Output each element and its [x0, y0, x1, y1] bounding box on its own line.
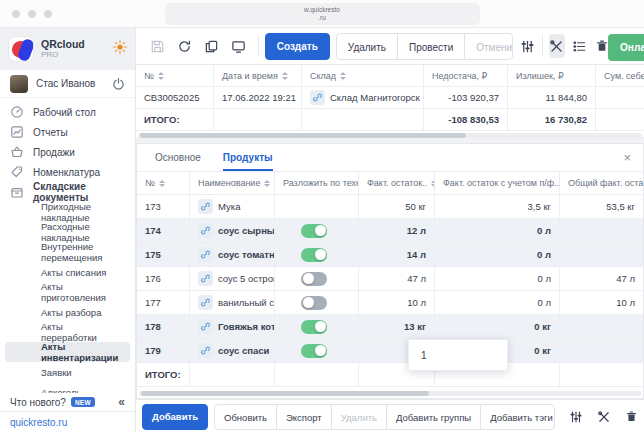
monitor-icon[interactable]: [231, 39, 246, 54]
collapse-sidebar-icon[interactable]: «: [118, 395, 125, 409]
sidebar-item-nomenclature[interactable]: Номенклатура: [0, 162, 135, 182]
add-button[interactable]: Добавить: [142, 404, 208, 430]
sidebar-subitem[interactable]: Акты списания: [5, 262, 130, 282]
sidebar-subitem[interactable]: Акты разбора: [5, 302, 130, 322]
col-header-fact-pf[interactable]: Факт. остаток с учетом п/ф..: [435, 172, 560, 194]
tools-icon[interactable]: [597, 410, 611, 424]
table-row[interactable]: 177ванильный с...10 л0 л10 л: [137, 291, 643, 315]
link-icon[interactable]: [310, 90, 325, 105]
link-icon[interactable]: [198, 319, 213, 334]
list-icon[interactable]: [571, 34, 588, 58]
total-fact-balance: [560, 243, 643, 266]
table-row[interactable]: 176соус 5 остров47 л0 л47 л: [137, 267, 643, 291]
sidebar-subitem[interactable]: Внутренние перемещения: [5, 242, 130, 262]
refresh-button[interactable]: Обновить: [215, 405, 277, 430]
decompose-toggle[interactable]: [301, 248, 327, 262]
logout-power-icon[interactable]: [112, 77, 125, 90]
table-row[interactable]: 178Говяжья кот...13 кг0 кг: [137, 315, 643, 339]
doc-table-scrollbar[interactable]: [138, 133, 642, 138]
decompose-toggle[interactable]: [301, 320, 327, 334]
col-header-warehouse[interactable]: Склад: [302, 65, 424, 86]
inline-edit-input[interactable]: 1: [408, 339, 508, 371]
fact-balance[interactable]: 47 л: [359, 267, 435, 290]
sidebar-item-sales[interactable]: Продажи: [0, 142, 135, 162]
close-icon[interactable]: ×: [623, 150, 631, 165]
panel-tabs: Основное Продукты ×: [137, 144, 643, 172]
refresh-icon[interactable]: [177, 39, 192, 54]
export-button[interactable]: Экспорт: [277, 405, 332, 430]
link-icon[interactable]: [198, 271, 213, 286]
decompose-toggle[interactable]: [301, 344, 327, 358]
add-groups-button[interactable]: Добавить группы: [387, 405, 481, 430]
decompose-toggle[interactable]: [301, 296, 327, 310]
sidebar-subitem[interactable]: Заявки: [5, 362, 130, 382]
fact-balance[interactable]: 10 л: [359, 291, 435, 314]
col-header-fact[interactable]: Факт. остаток..: [359, 172, 435, 194]
link-icon[interactable]: [198, 247, 213, 262]
table-row[interactable]: 179соус спаси0 кг: [137, 339, 643, 363]
unpost-button[interactable]: Отменить проведение: [465, 34, 513, 60]
total-shortage: -108 830,53: [424, 109, 508, 130]
sidebar-item-reports[interactable]: Отчеты: [0, 122, 135, 142]
decompose-toggle[interactable]: [301, 224, 327, 238]
fact-balance[interactable]: 12 л: [359, 219, 435, 242]
save-icon[interactable]: [150, 39, 165, 54]
sidebar-item-warehouse-docs[interactable]: Складские документы: [0, 182, 135, 202]
sidebar-subitem[interactable]: Акты инвентаризации: [5, 342, 130, 362]
sidebar-subitem[interactable]: Акты приготовления: [5, 282, 130, 302]
url-text-tld: .ru: [318, 14, 326, 22]
site-link[interactable]: quickresto.ru: [0, 411, 135, 433]
col-header-surplus[interactable]: Излишек, ₽: [508, 65, 596, 86]
tools-icon[interactable]: [549, 34, 566, 58]
table-row[interactable]: 173Мука50 кг3,5 кг53,5 кг: [137, 195, 643, 219]
fact-balance[interactable]: 14 л: [359, 243, 435, 266]
link-icon[interactable]: [198, 343, 213, 358]
tab-main[interactable]: Основное: [155, 152, 201, 171]
online-button[interactable]: Онлайн: [608, 34, 644, 61]
col-header-shortage[interactable]: Недостача, ₽: [424, 65, 508, 86]
add-tags-button[interactable]: Добавить тэги: [481, 405, 555, 430]
create-button[interactable]: Создать: [265, 33, 330, 60]
table-row[interactable]: 174соус сырный12 л0 л: [137, 219, 643, 243]
address-bar[interactable]: w.quickresto .ru: [165, 3, 480, 25]
copy-icon[interactable]: [204, 39, 219, 54]
product-name-cell: Говяжья кот...: [190, 315, 275, 338]
product-table-scrollbar[interactable]: [139, 391, 641, 396]
top-toolbar: Создать Удалить Провести Отменить провед…: [136, 28, 644, 65]
link-icon[interactable]: [198, 295, 213, 310]
col-header-num[interactable]: №: [136, 65, 214, 86]
theme-sun-icon[interactable]: [113, 40, 127, 58]
filter-sliders-icon[interactable]: [519, 34, 536, 58]
sidebar-subitem[interactable]: Акты переработки: [5, 322, 130, 342]
sidebar-subitem[interactable]: Приходные накладные: [5, 202, 130, 222]
decompose-toggle[interactable]: [301, 272, 327, 286]
product-name-cell: ванильный с...: [190, 291, 275, 314]
link-icon[interactable]: [198, 223, 213, 238]
table-row[interactable]: 175соус томатн...14 л0 л: [137, 243, 643, 267]
window-controls[interactable]: [12, 10, 52, 18]
sidebar-item-dashboard[interactable]: Рабочий стол: [0, 102, 135, 122]
sidebar-subitem[interactable]: Алкоголь: [5, 382, 130, 393]
col-header-name[interactable]: Наименование: [190, 172, 275, 194]
trash-icon[interactable]: [625, 410, 638, 423]
link-icon[interactable]: [198, 199, 213, 214]
fact-balance[interactable]: 50 кг: [359, 195, 435, 218]
fact-balance[interactable]: 13 кг: [359, 315, 435, 338]
product-name-cell: соус спаси: [190, 339, 275, 362]
post-button[interactable]: Провести: [398, 34, 465, 60]
user-account[interactable]: Стас Иванов: [0, 70, 135, 98]
col-header-num[interactable]: №: [137, 172, 190, 194]
sort-icon: [158, 72, 164, 80]
col-header-cost[interactable]: Сум. себест...: [596, 65, 644, 86]
sidebar-subitem[interactable]: Расходные накладные: [5, 222, 130, 242]
delete-button[interactable]: Удалить: [337, 34, 398, 60]
col-header-decompose[interactable]: Разложить по техк..: [275, 172, 359, 194]
product-name: Мука: [218, 201, 240, 212]
col-header-total[interactable]: Общий факт. остаток..: [560, 172, 643, 194]
delete-selected-button[interactable]: Удалить: [332, 405, 387, 430]
filter-sliders-icon[interactable]: [569, 410, 583, 424]
tab-products[interactable]: Продукты: [223, 152, 273, 171]
col-header-datetime[interactable]: Дата и время: [214, 65, 302, 86]
document-row[interactable]: СВ30052025 17.06.2022 19:21 Склад Магнит…: [136, 87, 644, 109]
whats-new-row[interactable]: Что нового? NEW «: [0, 393, 135, 411]
